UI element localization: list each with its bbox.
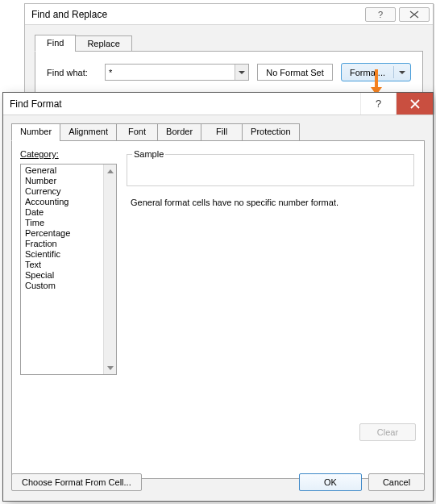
tab-border[interactable]: Border <box>157 123 201 141</box>
category-item[interactable]: Special <box>23 270 116 281</box>
tab-protection[interactable]: Protection <box>242 123 300 141</box>
category-item[interactable]: Percentage <box>23 228 116 239</box>
category-item[interactable]: Text <box>23 260 116 270</box>
triangle-up-icon <box>107 169 114 173</box>
find-panel: Find what: No Format Set Format... <box>35 52 423 94</box>
close-icon <box>409 99 421 109</box>
category-item[interactable]: Number <box>23 176 116 186</box>
sample-box: Sample <box>127 149 414 186</box>
help-button[interactable]: ? <box>360 93 396 115</box>
tab-find[interactable]: Find <box>35 35 76 52</box>
scroll-down-button[interactable] <box>104 361 116 374</box>
close-icon <box>409 10 419 19</box>
category-item[interactable]: Fraction <box>23 239 116 249</box>
find-format-dialog: Find Format ? Number Alignment Font Bord… <box>2 92 434 502</box>
category-items: GeneralNumberCurrencyAccountingDateTimeP… <box>21 165 116 291</box>
chevron-down-icon <box>399 71 405 74</box>
find-replace-tabs: Find Replace <box>35 35 423 52</box>
category-listbox[interactable]: GeneralNumberCurrencyAccountingDateTimeP… <box>20 164 117 375</box>
find-format-tabs: Number Alignment Font Border Fill Protec… <box>11 123 425 141</box>
find-format-body: Number Alignment Font Border Fill Protec… <box>3 115 433 501</box>
chevron-down-icon <box>239 71 245 74</box>
scroll-up-button[interactable] <box>104 165 116 177</box>
find-what-combo[interactable] <box>105 64 249 81</box>
category-item[interactable]: Custom <box>23 281 116 291</box>
scrollbar[interactable] <box>103 165 116 374</box>
find-replace-titlebar: Find and Replace ? <box>25 4 433 25</box>
format-button-label: Format... <box>350 68 385 77</box>
format-state-display: No Format Set <box>257 64 333 81</box>
find-what-input[interactable] <box>106 65 235 80</box>
category-item[interactable]: General <box>23 165 116 176</box>
ok-button[interactable]: OK <box>299 473 362 491</box>
help-button[interactable]: ? <box>365 7 396 22</box>
tab-number[interactable]: Number <box>11 123 60 141</box>
find-format-footer: Choose Format From Cell... OK Cancel <box>11 472 425 493</box>
find-what-label: Find what: <box>47 68 97 77</box>
number-panel: Category: GeneralNumberCurrencyAccountin… <box>11 140 425 479</box>
tab-fill[interactable]: Fill <box>201 123 243 141</box>
choose-format-from-cell-button[interactable]: Choose Format From Cell... <box>11 473 142 491</box>
tab-replace[interactable]: Replace <box>75 35 131 52</box>
tab-alignment[interactable]: Alignment <box>60 123 117 141</box>
category-item[interactable]: Time <box>23 218 116 228</box>
cancel-button[interactable]: Cancel <box>368 473 425 491</box>
category-item[interactable]: Date <box>23 207 116 218</box>
format-button[interactable]: Format... <box>341 63 411 81</box>
tab-font[interactable]: Font <box>116 123 158 141</box>
find-format-titlebar: Find Format ? <box>3 93 433 115</box>
category-item[interactable]: Scientific <box>23 249 116 260</box>
category-item[interactable]: Accounting <box>23 197 116 207</box>
triangle-down-icon <box>107 366 114 370</box>
find-replace-title: Find and Replace <box>31 9 362 20</box>
clear-button[interactable]: Clear <box>359 423 416 441</box>
format-description: General format cells have no specific nu… <box>131 198 414 207</box>
sample-label: Sample <box>132 149 165 159</box>
find-format-title: Find Format <box>3 93 360 115</box>
find-what-dropdown[interactable] <box>235 65 248 80</box>
close-button[interactable] <box>399 7 430 22</box>
category-item[interactable]: Currency <box>23 186 116 197</box>
close-button[interactable] <box>396 93 433 115</box>
